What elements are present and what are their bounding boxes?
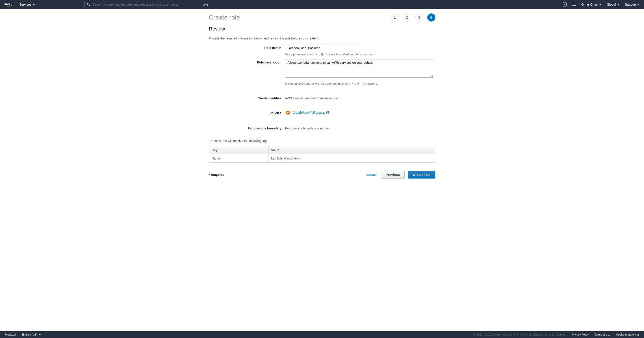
search-input[interactable]	[92, 3, 201, 6]
step-2[interactable]: 2	[403, 14, 411, 22]
role-name-label: Role name*	[209, 45, 285, 56]
search-shortcut: [Alt+S]	[201, 3, 210, 6]
tag-key: Name	[209, 154, 268, 163]
support-menu[interactable]: Support	[625, 3, 640, 6]
page-title: Create role	[209, 14, 240, 21]
policy-icon	[285, 110, 290, 115]
trusted-value: AWS service: lambda.amazonaws.com	[285, 95, 435, 100]
account-name: Omar Omar	[582, 3, 598, 6]
role-name-input[interactable]	[285, 45, 359, 51]
chevron-down-icon	[617, 4, 620, 5]
step-3[interactable]: 3	[415, 14, 423, 22]
policies-row: Policies CloudWatchFullAccess	[209, 110, 435, 115]
region-menu[interactable]: Global	[607, 3, 619, 6]
aws-logo[interactable]: aws	[4, 2, 12, 7]
svg-line-2	[89, 5, 90, 6]
account-menu[interactable]: Omar Omar	[582, 3, 602, 6]
boundary-row: Permissions boundary Permissions boundar…	[209, 125, 435, 130]
boundary-value: Permissions boundary is not set	[285, 125, 435, 130]
boundary-label: Permissions boundary	[209, 125, 285, 130]
trusted-row: Trusted entities AWS service: lambda.ama…	[209, 95, 435, 100]
region-name: Global	[607, 3, 616, 6]
tags-intro: The new role will receive the following …	[209, 139, 435, 143]
step-1[interactable]: 1	[391, 14, 399, 22]
tags-key-header: Key	[209, 146, 268, 154]
external-link-icon	[326, 111, 329, 114]
cloudshell-icon[interactable]	[563, 3, 567, 7]
review-desc: Provide the required information below a…	[209, 37, 435, 40]
search-bar[interactable]: [Alt+S]	[84, 1, 212, 8]
cancel-button[interactable]: Cancel	[366, 173, 378, 177]
trusted-label: Trusted entities	[209, 95, 285, 100]
role-desc-textarea[interactable]	[285, 59, 433, 78]
tags-value-header: Value	[268, 146, 435, 154]
role-desc-row: Role description Maximum 1000 characters…	[209, 59, 435, 85]
previous-button[interactable]: Previous	[381, 171, 404, 179]
services-menu[interactable]: Services	[19, 3, 35, 6]
notifications-icon[interactable]	[572, 3, 576, 7]
aws-logo-icon: aws	[4, 2, 12, 7]
role-desc-label: Role description	[209, 59, 285, 85]
actions-bar: * Required Cancel Previous Create role	[209, 171, 435, 179]
create-role-button[interactable]: Create role	[408, 171, 435, 179]
policy-link[interactable]: CloudWatchFullAccess	[293, 111, 329, 114]
global-header: aws Services [Alt+S] Omar Omar	[0, 0, 644, 9]
role-desc-hint: Maximum 1000 characters. Use alphanumeri…	[285, 82, 435, 85]
tag-value: Lambda_Cloudwatch	[268, 154, 435, 163]
step-4[interactable]: 4	[427, 14, 435, 22]
chevron-down-icon	[33, 4, 35, 5]
section-divider	[209, 34, 435, 34]
main-content: Create role 1 2 3 4 Review Provide the r…	[209, 9, 435, 183]
services-label: Services	[19, 3, 32, 6]
page-header: Create role 1 2 3 4	[209, 14, 435, 22]
policy-link-text: CloudWatchFullAccess	[293, 111, 325, 114]
table-row: Name Lambda_Cloudwatch	[209, 154, 435, 163]
review-title: Review	[209, 26, 435, 32]
svg-point-1	[87, 3, 89, 5]
chevron-down-icon	[599, 4, 602, 5]
search-icon	[87, 3, 90, 6]
tags-table: Key Value Name Lambda_Cloudwatch	[209, 146, 435, 163]
role-name-row: Role name* Use alphanumeric and '+=,.@-_…	[209, 45, 435, 56]
wizard-steps: 1 2 3 4	[391, 14, 435, 22]
svg-text:aws: aws	[4, 3, 10, 6]
header-right: Omar Omar Global Support	[563, 3, 640, 7]
policies-label: Policies	[209, 110, 285, 115]
role-name-hint: Use alphanumeric and '+=,.@-_' character…	[285, 53, 435, 56]
chevron-down-icon	[637, 4, 640, 5]
required-note: * Required	[209, 173, 224, 177]
support-label: Support	[625, 3, 636, 6]
